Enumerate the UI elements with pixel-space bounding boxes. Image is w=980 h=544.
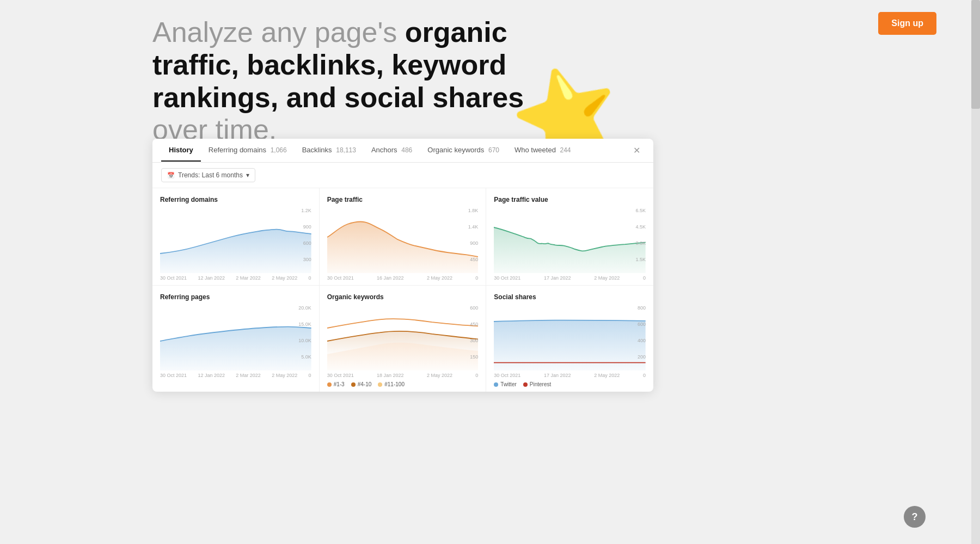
x-label: 30 Oct 2021 (327, 373, 354, 378)
x-label: 17 Jan 2022 (544, 373, 571, 378)
chart-referring-pages-area: 20.0K 15.0K 10.0K 5.0K (160, 305, 311, 370)
tab-who-tweeted-count: 244 (560, 146, 571, 154)
chart-referring-pages-x-labels: 30 Oct 2021 12 Jan 2022 2 Mar 2022 2 May… (160, 373, 311, 378)
y-label: 1.8K (468, 208, 479, 213)
chart-referring-domains-title: Referring domains (160, 196, 311, 203)
signup-button[interactable]: Sign up (878, 12, 936, 35)
x-label: 2 May 2022 (272, 373, 297, 378)
legend-label-1-3: #1-3 (334, 381, 345, 387)
x-label: 30 Oct 2021 (494, 373, 520, 378)
tab-anchors-label: Anchors (371, 146, 397, 154)
legend-item-1-3: #1-3 (327, 381, 345, 387)
help-button[interactable]: ? (904, 506, 926, 528)
legend-label-11-100: #11-100 (384, 381, 405, 387)
tab-backlinks[interactable]: Backlinks 18,113 (295, 139, 364, 162)
chart-organic-keywords-area: 600 450 300 150 (327, 305, 479, 370)
chart-page-traffic-value-svg (494, 208, 646, 273)
tab-referring-domains-label: Referring domains (209, 146, 266, 154)
hero-section: Analyze any page's organic traffic, back… (152, 16, 534, 146)
x-label: 30 Oct 2021 (494, 275, 520, 281)
y-label: 4.5K (635, 224, 646, 230)
chart-organic-keywords: Organic keywords (320, 286, 487, 392)
close-button[interactable]: ✕ (629, 143, 645, 158)
tab-backlinks-label: Backlinks (302, 146, 332, 154)
x-label: 0 (475, 373, 478, 378)
y-label: 3.0K (635, 240, 646, 246)
chart-page-traffic-value-area: 6.5K 4.5K 3.0K 1.5K (494, 208, 646, 273)
chart-page-traffic-value-title: Page traffic value (494, 196, 646, 203)
x-label: 12 Jan 2022 (198, 373, 225, 378)
chart-organic-keywords-x-labels: 30 Oct 2021 18 Jan 2022 2 May 2022 0 (327, 373, 479, 378)
chart-referring-pages: Referring pages 20.0K 15.0K 10.0K (152, 286, 320, 392)
y-label: 450 (470, 322, 478, 327)
chart-referring-domains-svg (160, 208, 311, 273)
y-label: 300 (470, 338, 478, 343)
trends-filter-button[interactable]: 📅 Trends: Last 6 months ▾ (161, 168, 255, 182)
legend-dot-11-100 (378, 382, 382, 387)
chart-referring-domains-y-labels: 1.2K 900 600 300 (301, 208, 311, 273)
charts-grid: Referring domains 1.2K 900 600 (152, 188, 653, 392)
chart-organic-keywords-title: Organic keywords (327, 293, 479, 301)
tab-anchors-count: 486 (401, 146, 412, 154)
dashboard-card: History Referring domains 1,066 Backlink… (152, 139, 653, 392)
chart-referring-domains-area: 1.2K 900 600 300 (160, 208, 311, 273)
tabs-bar: History Referring domains 1,066 Backlink… (152, 139, 653, 163)
y-label: 900 (303, 224, 311, 230)
x-label: 12 Jan 2022 (198, 275, 225, 281)
chart-referring-pages-title: Referring pages (160, 293, 311, 301)
y-label: 800 (638, 305, 646, 311)
chart-page-traffic: Page traffic 1.8K 1.4K 900 (320, 188, 487, 286)
chart-referring-pages-y-labels: 20.0K 15.0K 10.0K 5.0K (298, 305, 311, 370)
scrollbar-thumb[interactable] (971, 0, 980, 109)
filter-bar: 📅 Trends: Last 6 months ▾ (152, 163, 653, 188)
legend-item-4-10: #4-10 (351, 381, 372, 387)
y-label: 600 (638, 322, 646, 327)
chart-page-traffic-value-x-labels: 30 Oct 2021 17 Jan 2022 2 May 2022 0 (494, 275, 646, 281)
chart-page-traffic-svg (327, 208, 479, 273)
chart-page-traffic-area: 1.8K 1.4K 900 450 (327, 208, 479, 273)
legend-item-pinterest: Pinterest (523, 381, 551, 387)
chart-social-shares-x-labels: 30 Oct 2021 17 Jan 2022 2 May 2022 0 (494, 373, 646, 378)
tab-referring-domains-count: 1,066 (271, 146, 287, 154)
scrollbar[interactable] (971, 0, 980, 544)
y-label: 10.0K (298, 338, 311, 343)
tab-organic-keywords-count: 670 (488, 146, 499, 154)
chart-referring-domains-x-labels: 30 Oct 2021 12 Jan 2022 2 Mar 2022 2 May… (160, 275, 311, 281)
chart-social-shares-legend: Twitter Pinterest (494, 381, 646, 387)
y-label: 20.0K (298, 305, 311, 311)
x-label: 30 Oct 2021 (160, 275, 187, 281)
y-label: 600 (303, 240, 311, 246)
tab-anchors[interactable]: Anchors 486 (364, 139, 420, 162)
y-label: 15.0K (298, 322, 311, 327)
tab-who-tweeted[interactable]: Who tweeted 244 (507, 139, 579, 162)
x-label: 0 (643, 373, 646, 378)
chart-social-shares-title: Social shares (494, 293, 646, 301)
y-label: 900 (470, 240, 478, 246)
legend-dot-1-3 (327, 382, 332, 387)
tab-history[interactable]: History (161, 139, 201, 162)
tab-referring-domains[interactable]: Referring domains 1,066 (201, 139, 295, 162)
legend-item-11-100: #11-100 (378, 381, 405, 387)
x-label: 0 (309, 373, 311, 378)
hero-line2: traffic, backlinks, keyword (152, 49, 534, 82)
y-label: 6.5K (635, 208, 646, 213)
x-label: 0 (643, 275, 646, 281)
x-label: 2 Mar 2022 (236, 275, 261, 281)
y-label: 400 (638, 338, 646, 343)
hero-line1: Analyze any page's organic (152, 16, 534, 49)
chart-page-traffic-title: Page traffic (327, 196, 479, 203)
tab-organic-keywords[interactable]: Organic keywords 670 (420, 139, 507, 162)
y-label: 1.2K (301, 208, 311, 213)
chart-organic-keywords-y-labels: 600 450 300 150 (470, 305, 478, 370)
hero-plain-text: Analyze any page's (152, 16, 405, 48)
chart-page-traffic-y-labels: 1.8K 1.4K 900 450 (468, 208, 479, 273)
legend-label-twitter: Twitter (500, 381, 516, 387)
chart-page-traffic-value: Page traffic value 6.5K 4.5K 3.0K (486, 188, 653, 286)
chart-social-shares: Social shares 800 (486, 286, 653, 392)
x-label: 2 May 2022 (594, 275, 620, 281)
x-label: 2 May 2022 (427, 373, 452, 378)
x-label: 2 May 2022 (594, 373, 620, 378)
legend-label-4-10: #4-10 (358, 381, 372, 387)
x-label: 16 Jan 2022 (377, 275, 404, 281)
x-label: 0 (475, 275, 478, 281)
